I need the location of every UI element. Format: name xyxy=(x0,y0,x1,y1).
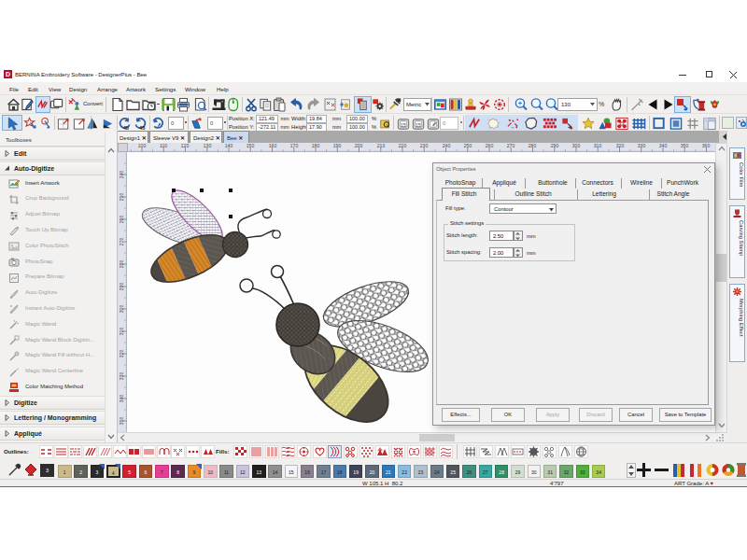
svg-text:230: 230 xyxy=(420,143,429,148)
svg-text:330: 330 xyxy=(638,143,646,148)
svg-text:130: 130 xyxy=(204,143,212,148)
svg-text:170: 170 xyxy=(290,143,299,148)
svg-text:350: 350 xyxy=(119,417,124,426)
svg-text:280: 280 xyxy=(529,143,537,148)
svg-text:210: 210 xyxy=(377,143,386,148)
svg-text:45: 45 xyxy=(123,125,129,131)
svg-text:15: 15 xyxy=(401,122,406,128)
svg-text:240: 240 xyxy=(119,171,124,179)
svg-text:260: 260 xyxy=(119,216,124,224)
svg-text:320: 320 xyxy=(119,350,124,358)
svg-text:110: 110 xyxy=(160,143,167,148)
svg-text:280: 280 xyxy=(119,260,124,269)
svg-text:140: 140 xyxy=(225,143,233,148)
svg-text:180: 180 xyxy=(312,143,320,148)
svg-text:290: 290 xyxy=(551,143,559,148)
svg-text:270: 270 xyxy=(507,143,515,148)
svg-text:350: 350 xyxy=(681,143,689,148)
svg-text:260: 260 xyxy=(486,143,494,148)
svg-text:290: 290 xyxy=(119,283,124,291)
svg-text:270: 270 xyxy=(119,238,124,246)
svg-text:120: 120 xyxy=(181,143,190,148)
svg-text:300: 300 xyxy=(119,305,124,314)
svg-text:250: 250 xyxy=(464,143,472,148)
svg-text:190: 190 xyxy=(333,143,342,148)
svg-text:320: 320 xyxy=(616,143,625,148)
svg-text:150: 150 xyxy=(247,143,255,148)
svg-text:15: 15 xyxy=(416,122,421,128)
svg-text:250: 250 xyxy=(119,193,124,202)
svg-text:100: 100 xyxy=(138,143,147,148)
svg-text:300: 300 xyxy=(572,143,581,148)
svg-text:310: 310 xyxy=(594,143,602,148)
svg-text:160: 160 xyxy=(269,143,277,148)
svg-text:200: 200 xyxy=(355,143,363,148)
svg-text:310: 310 xyxy=(119,328,124,336)
svg-text:340: 340 xyxy=(659,143,668,148)
svg-text:330: 330 xyxy=(119,372,124,381)
svg-text:220: 220 xyxy=(399,143,407,148)
svg-text:240: 240 xyxy=(443,143,451,148)
svg-text:340: 340 xyxy=(119,395,124,403)
svg-text:45: 45 xyxy=(139,125,145,131)
svg-text:360: 360 xyxy=(702,143,711,148)
